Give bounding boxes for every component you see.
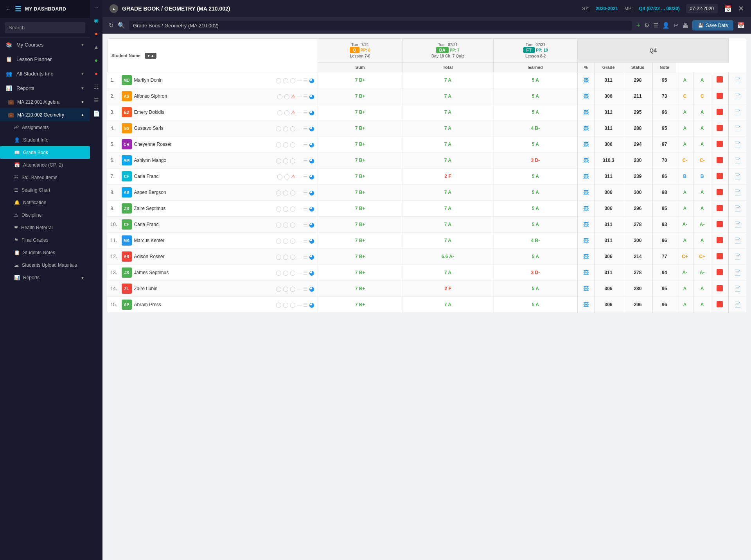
sidebar-item-student-info[interactable]: 👤 Student Info <box>0 134 90 146</box>
note-icon[interactable]: 📄 <box>734 141 741 147</box>
chat-icon[interactable]: ● <box>95 57 98 63</box>
note-icon[interactable]: 📄 <box>734 77 741 83</box>
mp-value[interactable]: Q4 (07/22 ... 08/20) <box>639 6 680 11</box>
circle-icon-2[interactable]: ◯ <box>283 222 289 228</box>
circle-icon-2[interactable]: ◯ <box>283 77 289 83</box>
calc-icon[interactable]: 🖼 <box>583 109 589 115</box>
grade-cell-3-14[interactable]: 5 A <box>493 297 577 313</box>
grade-cell-2-12[interactable]: 7 A <box>402 265 493 281</box>
close-icon[interactable]: ✕ <box>738 4 744 13</box>
alert-icon[interactable]: ⚠ <box>291 109 296 115</box>
grade-cell-2-8[interactable]: 7 A <box>402 201 493 217</box>
sidebar-item-ma212[interactable]: 💼 MA 212.001 Algebra ▼ <box>0 95 90 108</box>
sidebar-item-grade-book[interactable]: 📖 Grade Book <box>0 146 90 159</box>
circle-icon-1[interactable]: ◯ <box>276 238 282 244</box>
circle-icon-2[interactable]: ◯ <box>283 254 289 260</box>
warning-icon[interactable]: ● <box>95 70 98 77</box>
add-icon[interactable]: + <box>636 22 640 30</box>
grade-cell-2-5[interactable]: 7 A <box>402 153 493 169</box>
calc-icon[interactable]: 🖼 <box>583 237 589 244</box>
status-dot[interactable] <box>717 301 723 307</box>
circle-icon-1[interactable]: ◯ <box>276 222 282 228</box>
circle-icon-1[interactable]: ◯ <box>276 302 282 308</box>
sidebar-item-health-referral[interactable]: ❤ Health Referral <box>0 221 90 234</box>
file-active-icon[interactable]: 📄 <box>93 110 100 117</box>
grade-cell-2-11[interactable]: 6.6 A- <box>402 249 493 265</box>
status-dot[interactable] <box>717 93 723 99</box>
calendar-toolbar-icon[interactable]: 📅 <box>737 22 745 29</box>
back-arrow-icon[interactable]: ← <box>5 6 11 12</box>
grade-cell-3-6[interactable]: 5 A <box>493 169 577 185</box>
circle-blue-icon[interactable]: ◕ <box>309 237 314 244</box>
calc-icon[interactable]: 🖼 <box>583 93 589 99</box>
calc-icon[interactable]: 🖼 <box>583 173 589 179</box>
grade-cell-1-14[interactable]: 7 B+ <box>318 297 402 313</box>
lines-icon[interactable]: ☰ <box>303 302 308 308</box>
sort-icon[interactable]: ▼▲ <box>145 53 156 59</box>
status-dot[interactable] <box>717 109 723 115</box>
grade-cell-3-11[interactable]: 5 A <box>493 249 577 265</box>
dash-icon[interactable]: ― <box>297 126 302 131</box>
sidebar-item-students-notes[interactable]: 📋 Students Notes <box>0 246 90 259</box>
circle-icon-1[interactable]: ◯ <box>277 109 283 115</box>
circle-blue-icon[interactable]: ◕ <box>309 205 314 212</box>
grade-cell-2-3[interactable]: 7 A <box>402 120 493 136</box>
grade-cell-1-8[interactable]: 7 B+ <box>318 201 402 217</box>
status-dot[interactable] <box>717 221 723 227</box>
note-icon[interactable]: 📄 <box>734 157 741 163</box>
calc-icon[interactable]: 🖼 <box>583 189 589 196</box>
dash-icon[interactable]: ― <box>297 142 302 147</box>
circle-icon-1[interactable]: ◯ <box>276 270 282 276</box>
note-icon[interactable]: 📄 <box>734 269 741 276</box>
circle-icon-1[interactable]: ◯ <box>276 77 282 83</box>
dash-icon[interactable]: ― <box>297 109 302 115</box>
sidebar-item-final-grades[interactable]: ⚑ Final Grades <box>0 234 90 246</box>
save-data-button[interactable]: 💾 Save Data <box>692 20 733 31</box>
grade-cell-3-8[interactable]: 5 A <box>493 201 577 217</box>
sidebar-item-seating-chart[interactable]: ☰ Seating Chart <box>0 184 90 196</box>
grade-cell-1-5[interactable]: 7 B+ <box>318 153 402 169</box>
note-icon[interactable]: 📄 <box>734 221 741 228</box>
grade-cell-1-9[interactable]: 7 B+ <box>318 217 402 233</box>
grade-cell-1-6[interactable]: 7 B+ <box>318 169 402 185</box>
calendar-icon[interactable]: 📅 <box>724 5 732 13</box>
sidebar-item-std-based[interactable]: ☷ Std. Based Items <box>0 171 90 184</box>
nav-arrow-icon[interactable]: → <box>93 4 99 10</box>
circle-icon-1[interactable]: ◯ <box>277 174 283 179</box>
dash-icon[interactable]: ― <box>297 238 302 244</box>
grade-cell-2-7[interactable]: 7 A <box>402 185 493 201</box>
note-icon[interactable]: 📄 <box>734 253 741 260</box>
note-icon[interactable]: 📄 <box>734 285 741 292</box>
circle-blue-icon[interactable]: ◕ <box>309 77 314 84</box>
grade-cell-2-0[interactable]: 7 A <box>402 72 493 88</box>
scissors-icon[interactable]: ✂ <box>674 22 679 29</box>
circle-blue-icon[interactable]: ◕ <box>309 221 314 228</box>
circle-icon-2[interactable]: ◯ <box>283 206 289 212</box>
grade-cell-3-2[interactable]: 5 A <box>493 104 577 120</box>
note-icon[interactable]: 📄 <box>734 189 741 196</box>
grade-cell-3-12[interactable]: 3 D- <box>493 265 577 281</box>
note-icon[interactable]: 📄 <box>734 125 741 131</box>
circle-blue-icon[interactable]: ◕ <box>309 285 314 293</box>
toolbar-search-input[interactable] <box>133 23 628 29</box>
calc-icon[interactable]: 🖼 <box>583 77 589 83</box>
circle-icon-2[interactable]: ◯ <box>284 174 290 179</box>
calc-icon[interactable]: 🖼 <box>583 302 589 308</box>
user-icon[interactable]: 👤 <box>662 22 670 29</box>
grade-cell-1-11[interactable]: 7 B+ <box>318 249 402 265</box>
refresh-icon[interactable]: ↻ <box>109 22 114 29</box>
grade-cell-2-9[interactable]: 7 A <box>402 217 493 233</box>
grade-cell-3-5[interactable]: 3 D- <box>493 153 577 169</box>
grade-cell-1-2[interactable]: 7 B+ <box>318 104 402 120</box>
notification-bell-icon[interactable]: ● <box>95 31 98 37</box>
sidebar-item-all-students[interactable]: 👥 All Students Info ▼ <box>0 66 90 81</box>
status-dot[interactable] <box>717 205 723 211</box>
circle-icon-1[interactable]: ◯ <box>276 142 282 147</box>
circle-icon-1[interactable]: ◯ <box>276 158 282 163</box>
circle-blue-icon[interactable]: ◕ <box>309 189 314 196</box>
circle-icon-1[interactable]: ◯ <box>276 206 282 212</box>
circle-icon-1[interactable]: ◯ <box>277 93 283 99</box>
dash-icon[interactable]: ― <box>297 270 302 276</box>
calc-icon[interactable]: 🖼 <box>583 269 589 276</box>
search-icon[interactable]: 🔍 <box>118 22 125 29</box>
